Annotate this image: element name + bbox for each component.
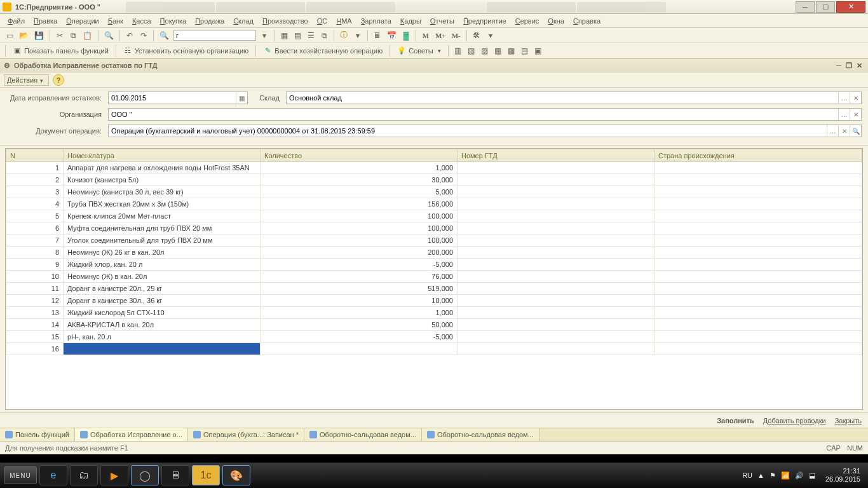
table-row[interactable]: 14АКВА-КРИСТАЛ в кан. 20л50,000 bbox=[6, 319, 862, 331]
cell-gtd[interactable] bbox=[458, 283, 654, 295]
undo-icon[interactable]: ↶ bbox=[124, 30, 135, 41]
warehouse-field[interactable]: … ✕ bbox=[286, 92, 862, 104]
set-org-button[interactable]: ☷Установить основную организацию bbox=[120, 45, 252, 57]
maximize-button[interactable]: ▢ bbox=[816, 1, 835, 13]
task-paint-icon[interactable]: 🎨 bbox=[222, 465, 250, 485]
menu-item[interactable]: Правка bbox=[30, 15, 61, 27]
menu-item[interactable]: Предприятие bbox=[459, 15, 510, 27]
windows-taskbar[interactable]: MENU e 🗂 ▶ ◯ 🖥 1c 🎨 RU ▲ ⚑ 📶 🔊 ⬓ 21:3126… bbox=[0, 463, 868, 488]
paste-icon[interactable]: 📋 bbox=[81, 30, 94, 41]
cell-nomenclature[interactable]: Доранг в канистре 30л., 36 кг bbox=[64, 295, 261, 307]
cell-origin[interactable] bbox=[654, 343, 862, 355]
cell-origin[interactable] bbox=[654, 283, 862, 295]
cell-gtd[interactable] bbox=[458, 162, 654, 174]
report4-icon[interactable]: ▦ bbox=[492, 45, 504, 57]
grid-icon[interactable]: ▦ bbox=[278, 30, 290, 41]
calendar-icon[interactable]: 📅 bbox=[385, 30, 398, 41]
cell-origin[interactable] bbox=[654, 222, 862, 234]
report7-icon[interactable]: ▣ bbox=[532, 45, 544, 57]
cell-origin[interactable] bbox=[654, 295, 862, 307]
tray-vol-icon[interactable]: 🔊 bbox=[795, 471, 804, 480]
table-row[interactable]: 3Неоминус (канистра 30 л, вес 39 кг)5,00… bbox=[6, 186, 862, 198]
org-input[interactable] bbox=[109, 109, 838, 120]
warehouse-picker-icon[interactable]: … bbox=[838, 92, 850, 104]
cell-quantity[interactable]: 1,000 bbox=[261, 162, 458, 174]
menu-item[interactable]: ОС bbox=[313, 15, 332, 27]
cell-origin[interactable] bbox=[654, 331, 862, 343]
cell-quantity[interactable]: 100,000 bbox=[261, 234, 458, 247]
menu-item[interactable]: Окна bbox=[544, 15, 568, 27]
cell-nomenclature[interactable]: Жидкий хлор, кан. 20 л bbox=[64, 259, 261, 271]
cell-origin[interactable] bbox=[654, 186, 862, 198]
table-row[interactable]: 13Жидкий кислород 5л СТХ-1101,000 bbox=[6, 307, 862, 319]
close-button[interactable]: ✕ bbox=[836, 1, 865, 13]
cell-quantity[interactable]: 1,000 bbox=[261, 307, 458, 319]
cell-gtd[interactable] bbox=[458, 343, 654, 355]
cell-gtd[interactable] bbox=[458, 186, 654, 198]
window-tabs[interactable]: Панель функцийОбработка Исправление о...… bbox=[0, 428, 868, 442]
cell-nomenclature[interactable]: Аппарат для нагрева и охлождения воды Ho… bbox=[64, 162, 261, 174]
cell-nomenclature[interactable]: АКВА-КРИСТАЛ в кан. 20л bbox=[64, 319, 261, 331]
cell-nomenclature[interactable]: Неоминус (Ж) в кан. 20л bbox=[64, 271, 261, 283]
m-button[interactable]: М bbox=[420, 30, 431, 41]
cell-origin[interactable] bbox=[654, 247, 862, 259]
table-row[interactable]: 6Муфта соединительная для труб ПВХ 20 мм… bbox=[6, 222, 862, 234]
cell-nomenclature[interactable]: Муфта соединительная для труб ПВХ 20 мм bbox=[64, 222, 261, 234]
report3-icon[interactable]: ▨ bbox=[479, 45, 491, 57]
tools-dd-icon[interactable]: ▾ bbox=[485, 30, 496, 41]
col-origin[interactable]: Страна происхождения bbox=[654, 149, 862, 162]
org-picker-icon[interactable]: … bbox=[838, 109, 850, 120]
menu-item[interactable]: Кадры bbox=[397, 15, 425, 27]
doc-restore-icon[interactable]: ❐ bbox=[844, 62, 854, 70]
cell-gtd[interactable] bbox=[458, 331, 654, 343]
cell-quantity[interactable]: 100,000 bbox=[261, 222, 458, 234]
org-clear-icon[interactable]: ✕ bbox=[850, 109, 861, 120]
cell-gtd[interactable] bbox=[458, 222, 654, 234]
help-icon[interactable]: ? bbox=[53, 74, 64, 86]
start-menu-button[interactable]: MENU bbox=[4, 466, 37, 484]
org-field[interactable]: … ✕ bbox=[108, 108, 862, 121]
cell-gtd[interactable] bbox=[458, 210, 654, 222]
menu-item[interactable]: Справка bbox=[569, 15, 604, 27]
tray-net-icon[interactable]: 📶 bbox=[781, 471, 790, 480]
menu-item[interactable]: Отчеты bbox=[426, 15, 458, 27]
tools-icon[interactable]: 🛠 bbox=[471, 30, 482, 41]
task-ie-icon[interactable]: e bbox=[39, 465, 67, 485]
window-tab[interactable]: Обработка Исправление о... bbox=[75, 428, 188, 441]
menu-item[interactable]: НМА bbox=[332, 15, 355, 27]
cell-origin[interactable] bbox=[654, 174, 862, 186]
table-row[interactable]: 10Неоминус (Ж) в кан. 20л76,000 bbox=[6, 271, 862, 283]
date-field[interactable]: ▦ bbox=[108, 92, 248, 104]
table-row[interactable]: 12Доранг в канистре 30л., 36 кг10,000 bbox=[6, 295, 862, 307]
minimize-button[interactable]: ─ bbox=[796, 1, 815, 13]
docop-field[interactable]: … ✕ 🔍 bbox=[108, 125, 862, 137]
m-plus-button[interactable]: М+ bbox=[433, 30, 448, 41]
report5-icon[interactable]: ▩ bbox=[506, 45, 517, 57]
cell-nomenclature[interactable] bbox=[64, 343, 261, 355]
cell-quantity[interactable]: 10,000 bbox=[261, 295, 458, 307]
col-quantity[interactable]: Количество bbox=[261, 149, 458, 162]
table-row[interactable]: 15pH-, кан. 20 л-5,000 bbox=[6, 331, 862, 343]
report1-icon[interactable]: ▥ bbox=[452, 45, 464, 57]
cell-gtd[interactable] bbox=[458, 271, 654, 283]
docop-picker-icon[interactable]: … bbox=[827, 125, 838, 137]
fill-button[interactable]: Заполнить bbox=[717, 417, 754, 424]
cell-nomenclature[interactable]: Труба ПВХ жесткая 20мм х 3м (150м) bbox=[64, 198, 261, 210]
cell-origin[interactable] bbox=[654, 259, 862, 271]
cell-quantity[interactable]: 5,000 bbox=[261, 186, 458, 198]
cell-quantity[interactable]: -5,000 bbox=[261, 331, 458, 343]
advice-button[interactable]: 💡Советы▾ bbox=[394, 45, 444, 57]
table-row[interactable]: 7Уголок соединительный для труб ПВХ 20 м… bbox=[6, 234, 862, 247]
menu-item[interactable]: Сервис bbox=[512, 15, 543, 27]
info-dd-icon[interactable]: ▾ bbox=[352, 30, 363, 41]
docop-input[interactable] bbox=[109, 125, 827, 137]
table-row[interactable]: 11Доранг в канистре 20л., 25 кг519,000 bbox=[6, 283, 862, 295]
actions-dropdown[interactable]: Действия bbox=[4, 74, 49, 86]
calc-icon[interactable]: 🖩 bbox=[372, 30, 383, 41]
add-postings-button[interactable]: Добавить проводки bbox=[763, 417, 826, 424]
cell-origin[interactable] bbox=[654, 271, 862, 283]
task-explorer-icon[interactable]: 🗂 bbox=[70, 465, 98, 485]
new-doc-icon[interactable]: ▭ bbox=[4, 30, 15, 41]
cell-nomenclature[interactable]: Кочизот (канистра 5л) bbox=[64, 174, 261, 186]
cell-origin[interactable] bbox=[654, 319, 862, 331]
